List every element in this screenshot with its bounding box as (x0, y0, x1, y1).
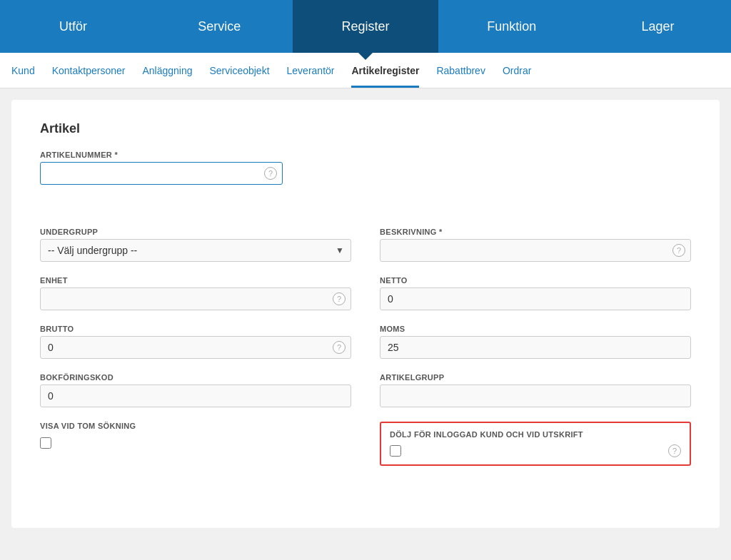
nav-register[interactable]: Register (293, 0, 439, 53)
subnav-serviceobjekt[interactable]: Serviceobjekt (210, 53, 270, 88)
nav-funktion[interactable]: Funktion (438, 0, 585, 53)
subnav-kontaktpersoner[interactable]: Kontaktpersoner (52, 53, 126, 88)
brutto-help-icon[interactable]: ? (333, 341, 346, 354)
moms-input[interactable] (380, 336, 691, 359)
main-content: Artikel ARTIKELNUMMER * ? UNDERGRUPP -- … (0, 88, 731, 539)
artikelnummer-label: ARTIKELNUMMER * (40, 151, 283, 159)
moms-group: MOMS (380, 325, 691, 359)
top-navigation: Utför Service Register Funktion Lager (0, 0, 731, 53)
row-brutto-moms: BRUTTO ? MOMS (40, 325, 691, 359)
brutto-group: BRUTTO ? (40, 325, 351, 359)
enhet-group: ENHET ? (40, 276, 351, 310)
artikelnummer-wrapper: ? (40, 162, 283, 185)
brutto-input[interactable] (40, 336, 351, 359)
bokforingskod-group: BOKFÖRINGSKOD (40, 373, 351, 407)
netto-input[interactable] (380, 287, 691, 310)
section-title: Artikel (40, 121, 691, 136)
visa-vid-tom-checkbox[interactable] (40, 437, 51, 449)
visa-vid-tom-label: VISA VID TOM SÖKNING (40, 422, 351, 430)
nav-lager[interactable]: Lager (585, 0, 731, 53)
enhet-help-icon[interactable]: ? (333, 292, 346, 305)
netto-wrapper (380, 287, 691, 310)
dolj-box: DÖLJ FÖR INLOGGAD KUND OCH VID UTSKRIFT … (380, 422, 691, 466)
nav-utfor[interactable]: Utför (0, 0, 146, 53)
dolj-group: DÖLJ FÖR INLOGGAD KUND OCH VID UTSKRIFT … (380, 422, 691, 466)
subnav-leverantor[interactable]: Leverantör (287, 53, 335, 88)
row-visa-dolj: VISA VID TOM SÖKNING DÖLJ FÖR INLOGGAD K… (40, 422, 691, 466)
beskrivning-label: BESKRIVNING * (380, 228, 691, 236)
nav-service[interactable]: Service (146, 0, 293, 53)
bokforingskod-label: BOKFÖRINGSKOD (40, 373, 351, 382)
form-card: Artikel ARTIKELNUMMER * ? UNDERGRUPP -- … (11, 100, 720, 528)
enhet-input[interactable] (40, 287, 351, 310)
artikelgrupp-label: ARTIKELGRUPP (380, 373, 691, 382)
artikelgrupp-wrapper (380, 385, 691, 407)
visa-vid-tom-group: VISA VID TOM SÖKNING (40, 422, 351, 466)
brutto-wrapper: ? (40, 336, 351, 359)
subnav-anlaggning[interactable]: Anläggning (142, 53, 192, 88)
beskrivning-input[interactable] (380, 239, 691, 262)
beskrivning-wrapper: ? (380, 239, 691, 262)
beskrivning-help-icon[interactable]: ? (672, 244, 685, 257)
moms-label: MOMS (380, 325, 691, 333)
beskrivning-group: BESKRIVNING * ? (380, 228, 691, 262)
subnav-rabattbrev[interactable]: Rabattbrev (436, 53, 485, 88)
row-undergrupp-beskrivning: UNDERGRUPP -- Välj undergrupp -- ▼ BESKR… (40, 228, 691, 262)
subnav-ordrar[interactable]: Ordrar (503, 53, 531, 88)
artikelgrupp-input[interactable] (380, 385, 691, 407)
artikelnummer-help-icon[interactable]: ? (264, 167, 277, 180)
row-enhet-netto: ENHET ? NETTO (40, 276, 691, 310)
netto-group: NETTO (380, 276, 691, 310)
undergrupp-label: UNDERGRUPP (40, 228, 351, 236)
artikelgrupp-group: ARTIKELGRUPP (380, 373, 691, 407)
undergrupp-select[interactable]: -- Välj undergrupp -- (40, 239, 351, 262)
bokforingskod-wrapper (40, 385, 351, 407)
brutto-label: BRUTTO (40, 325, 351, 333)
bokforingskod-input[interactable] (40, 385, 351, 407)
dolj-help-icon[interactable]: ? (668, 444, 681, 457)
undergrupp-group: UNDERGRUPP -- Välj undergrupp -- ▼ (40, 228, 351, 262)
artikelnummer-section: ARTIKELNUMMER * ? (40, 151, 691, 185)
moms-wrapper (380, 336, 691, 359)
undergrupp-select-wrapper: -- Välj undergrupp -- ▼ (40, 239, 351, 262)
subnav-kund[interactable]: Kund (11, 53, 35, 88)
dolj-label: DÖLJ FÖR INLOGGAD KUND OCH VID UTSKRIFT (390, 430, 681, 439)
enhet-wrapper: ? (40, 287, 351, 310)
dolj-row: ? (390, 444, 681, 457)
visa-checkbox-wrapper (40, 437, 351, 449)
row-bokforingskod-artikelgrupp: BOKFÖRINGSKOD ARTIKELGRUPP (40, 373, 691, 407)
artikelnummer-input[interactable] (40, 162, 283, 185)
dolj-checkbox[interactable] (390, 445, 401, 457)
enhet-label: ENHET (40, 276, 351, 285)
netto-label: NETTO (380, 276, 691, 285)
